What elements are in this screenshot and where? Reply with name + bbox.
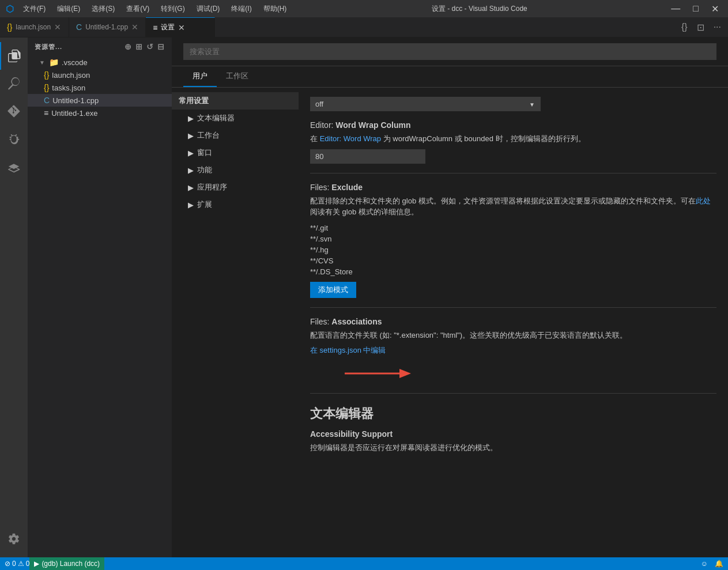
menu-file[interactable]: 文件(F) — [18, 3, 50, 15]
tree-item-tasks[interactable]: {} tasks.json — [28, 81, 172, 94]
menu-bar: 文件(F) 编辑(E) 选择(S) 查看(V) 转到(G) 调试(D) 终端(I… — [18, 3, 291, 15]
tab-untitled-cpp[interactable]: C Untitled-1.cpp ✕ — [69, 17, 146, 37]
main-layout: 资源管... ⊕ ⊞ ↺ ⊟ ▼ 📁 .vscode {} launch.jso… — [0, 37, 728, 557]
cpp-icon-untitled: C — [44, 96, 50, 105]
tree-label-untitled-exe: Untitled-1.exe — [51, 109, 97, 118]
menu-help[interactable]: 帮助(H) — [259, 3, 292, 15]
nav-arrow-features: ▶ — [188, 166, 194, 175]
title-bar-left: ⬡ 文件(F) 编辑(E) 选择(S) 查看(V) 转到(G) 调试(D) 终端… — [6, 3, 291, 15]
word-wrap-column-input[interactable] — [310, 149, 425, 164]
exclude-pattern-hg: **/.hg — [310, 244, 716, 255]
nav-item-workbench[interactable]: ▶ 工作台 — [172, 127, 299, 144]
menu-edit[interactable]: 编辑(E) — [52, 3, 85, 15]
window-controls: — □ ✕ — [667, 3, 722, 14]
nav-arrow-window: ▶ — [188, 149, 194, 157]
split-editor-button[interactable]: {} — [679, 21, 690, 33]
tab-actions: {} ⊡ ··· — [679, 17, 728, 37]
nav-item-window[interactable]: ▶ 窗口 — [172, 144, 299, 161]
status-bar-left: ⊘ 0 ⚠ 0 — [5, 560, 29, 568]
tree-item-launch[interactable]: {} launch.json — [28, 69, 172, 81]
tab-close-untitled[interactable]: ✕ — [131, 22, 138, 32]
nav-item-common[interactable]: 常用设置 — [172, 92, 299, 110]
debug-label: (gdb) Launch (dcc) — [42, 560, 100, 568]
exclude-pattern-svn: **/.svn — [310, 233, 716, 244]
editor-area: 用户 工作区 常用设置 ▶ 文本编辑器 ▶ 工作台 ▶ — [172, 37, 728, 557]
menu-select[interactable]: 选择(S) — [87, 3, 119, 15]
maximize-button[interactable]: □ — [689, 3, 702, 14]
tree-label-untitled-cpp: Untitled-1.cpp — [52, 96, 99, 105]
nav-item-extensions[interactable]: ▶ 扩展 — [172, 196, 299, 213]
word-wrap-select[interactable]: off on wordWrapColumn bounded — [310, 97, 541, 111]
more-actions-button[interactable]: ··· — [711, 21, 723, 33]
json-icon-tasks: {} — [44, 83, 49, 92]
settings-tab-user[interactable]: 用户 — [183, 66, 217, 87]
activity-explorer[interactable] — [0, 42, 28, 70]
tree-item-vscode[interactable]: ▼ 📁 .vscode — [28, 56, 172, 69]
smiley-icon[interactable]: ☺ — [701, 560, 708, 568]
nav-item-text-editor[interactable]: ▶ 文本编辑器 — [172, 110, 299, 127]
error-count: 0 — [12, 560, 16, 568]
sidebar-title: 资源管... — [35, 43, 62, 51]
notification-icon[interactable]: 🔔 — [715, 560, 723, 568]
add-pattern-button[interactable]: 添加模式 — [310, 282, 356, 298]
nav-label-workbench: 工作台 — [197, 130, 220, 141]
activity-search[interactable] — [0, 70, 28, 97]
nav-label-window: 窗口 — [197, 148, 212, 158]
status-debug[interactable]: ▶ (gdb) Launch (dcc) — [29, 557, 104, 570]
new-file-icon[interactable]: ⊕ — [125, 42, 132, 51]
sidebar-header: 资源管... ⊕ ⊞ ↺ ⊟ — [28, 37, 172, 56]
exclude-pattern-ds-store: **/.DS_Store — [310, 266, 716, 277]
tab-label-launch: launch.json — [16, 23, 51, 31]
files-exclude-desc: 配置排除的文件和文件夹的 glob 模式。例如，文件资源管理器将根据此设置决定要… — [310, 195, 716, 218]
tab-label-settings: 设置 — [161, 22, 175, 32]
divider-3 — [310, 393, 716, 394]
status-errors[interactable]: ⊘ 0 ⚠ 0 — [5, 560, 29, 568]
settings-nav: 常用设置 ▶ 文本编辑器 ▶ 工作台 ▶ 窗口 ▶ 功 — [172, 88, 299, 557]
nav-arrow-text-editor: ▶ — [188, 114, 194, 123]
menu-view[interactable]: 查看(V) — [122, 3, 154, 15]
tree-item-untitled-exe[interactable]: ≡ Untitled-1.exe — [28, 107, 172, 119]
activity-debug[interactable] — [0, 125, 28, 153]
arrow-indicator — [345, 365, 414, 384]
nav-label-application: 应用程序 — [197, 182, 227, 192]
tab-settings[interactable]: ≡ 设置 ✕ — [146, 17, 215, 37]
accessibility-support-desc: 控制编辑器是否应运行在对屏幕阅读器进行优化的模式。 — [310, 442, 716, 454]
minimize-button[interactable]: — — [667, 3, 684, 14]
divider-1 — [310, 173, 716, 173]
activity-git[interactable] — [0, 97, 28, 125]
files-associations-title: Files: Associations — [310, 317, 716, 326]
tab-close-settings[interactable]: ✕ — [178, 23, 185, 32]
nav-arrow-application: ▶ — [188, 183, 194, 192]
settings-content: 常用设置 ▶ 文本编辑器 ▶ 工作台 ▶ 窗口 ▶ 功 — [172, 88, 728, 557]
tab-launch-json[interactable]: {} launch.json ✕ — [0, 17, 69, 37]
tree-label-vscode: .vscode — [62, 58, 88, 67]
activity-settings[interactable] — [0, 525, 28, 553]
word-wrap-select-wrapper: off on wordWrapColumn bounded — [310, 97, 541, 111]
nav-item-features[interactable]: ▶ 功能 — [172, 161, 299, 179]
setting-word-wrap: off on wordWrapColumn bounded — [310, 97, 716, 111]
tab-close-launch[interactable]: ✕ — [54, 22, 61, 32]
tree-item-untitled-cpp[interactable]: C Untitled-1.cpp — [28, 94, 172, 107]
new-folder-icon[interactable]: ⊞ — [135, 42, 143, 51]
toggle-panel-button[interactable]: ⊡ — [695, 21, 707, 34]
setting-word-wrap-column: Editor: Word Wrap Column 在 Editor: Word … — [310, 120, 716, 164]
warning-count: 0 — [26, 560, 30, 568]
refresh-icon[interactable]: ↺ — [146, 42, 154, 51]
edit-in-settings-json-link[interactable]: 在 settings.json 中编辑 — [310, 346, 386, 354]
editor-word-wrap-link[interactable]: Editor: Word Wrap — [320, 134, 381, 143]
settings-tab-icon: ≡ — [153, 23, 157, 32]
close-button[interactable]: ✕ — [708, 3, 722, 14]
settings-tab-workspace[interactable]: 工作区 — [217, 66, 258, 87]
settings-search-input[interactable] — [183, 43, 716, 60]
exclude-pattern-git: **/.git — [310, 222, 716, 233]
menu-debug[interactable]: 调试(D) — [192, 3, 225, 15]
nav-item-application[interactable]: ▶ 应用程序 — [172, 179, 299, 196]
collapse-all-icon[interactable]: ⊟ — [157, 42, 165, 51]
accessibility-support-title: Accessibility Support — [310, 429, 716, 439]
status-bar: ⊘ 0 ⚠ 0 ▶ (gdb) Launch (dcc) ☺ 🔔 — [0, 557, 728, 570]
activity-extensions[interactable] — [0, 153, 28, 180]
menu-terminal[interactable]: 终端(I) — [227, 3, 256, 15]
menu-goto[interactable]: 转到(G) — [156, 3, 189, 15]
sidebar-actions: ⊕ ⊞ ↺ ⊟ — [125, 42, 165, 51]
glob-info-link[interactable]: 此处 — [696, 197, 711, 205]
